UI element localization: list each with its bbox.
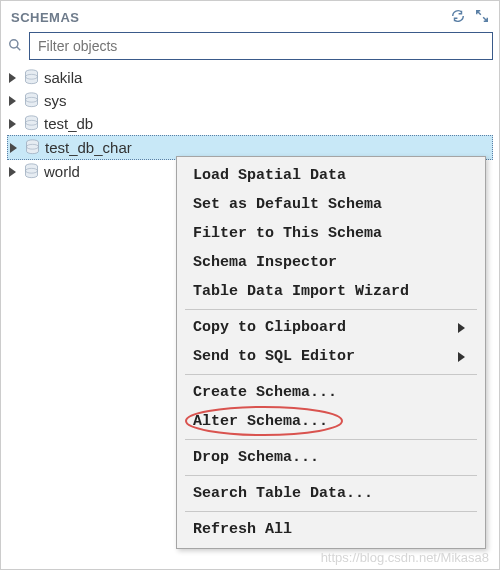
header-icons: [451, 9, 489, 26]
menu-separator: [185, 511, 477, 512]
menu-label: Set as Default Schema: [193, 196, 382, 213]
database-icon: [22, 115, 40, 132]
panel-title: SCHEMAS: [11, 10, 80, 25]
menu-separator: [185, 475, 477, 476]
expand-icon[interactable]: [475, 9, 489, 26]
schema-label: sakila: [44, 69, 82, 86]
menu-label: Refresh All: [193, 521, 292, 538]
menu-label: Load Spatial Data: [193, 167, 346, 184]
submenu-arrow-icon: [458, 323, 465, 333]
database-icon: [22, 163, 40, 180]
database-icon: [22, 69, 40, 86]
schema-label: test_db_char: [45, 139, 132, 156]
expand-arrow-icon[interactable]: [10, 143, 17, 153]
menu-item-refresh-all[interactable]: Refresh All: [179, 515, 483, 544]
menu-item-schema-inspector[interactable]: Schema Inspector: [179, 248, 483, 277]
menu-separator: [185, 374, 477, 375]
search-row: [7, 32, 493, 60]
panel-header: SCHEMAS: [7, 7, 493, 32]
menu-item-load-spatial-data[interactable]: Load Spatial Data: [179, 161, 483, 190]
watermark: https://blog.csdn.net/Mikasa8: [321, 550, 489, 565]
menu-label: Table Data Import Wizard: [193, 283, 409, 300]
menu-label: Schema Inspector: [193, 254, 337, 271]
submenu-arrow-icon: [458, 352, 465, 362]
menu-separator: [185, 309, 477, 310]
schema-item-sakila[interactable]: sakila: [7, 66, 493, 89]
expand-arrow-icon[interactable]: [9, 73, 16, 83]
refresh-icon[interactable]: [451, 9, 465, 26]
schema-item-test-db[interactable]: test_db: [7, 112, 493, 135]
menu-label: Send to SQL Editor: [193, 348, 355, 365]
filter-input[interactable]: [29, 32, 493, 60]
menu-label: Drop Schema...: [193, 449, 319, 466]
menu-item-send-to-sql-editor[interactable]: Send to SQL Editor: [179, 342, 483, 371]
schema-label: sys: [44, 92, 67, 109]
schema-item-sys[interactable]: sys: [7, 89, 493, 112]
menu-separator: [185, 439, 477, 440]
menu-item-copy-to-clipboard[interactable]: Copy to Clipboard: [179, 313, 483, 342]
schema-label: test_db: [44, 115, 93, 132]
menu-label: Copy to Clipboard: [193, 319, 346, 336]
svg-line-1: [17, 46, 21, 50]
menu-label: Create Schema...: [193, 384, 337, 401]
search-icon: [7, 38, 23, 55]
menu-item-filter-to-this-schema[interactable]: Filter to This Schema: [179, 219, 483, 248]
menu-item-drop-schema[interactable]: Drop Schema...: [179, 443, 483, 472]
menu-item-set-as-default-schema[interactable]: Set as Default Schema: [179, 190, 483, 219]
menu-item-search-table-data[interactable]: Search Table Data...: [179, 479, 483, 508]
expand-arrow-icon[interactable]: [9, 119, 16, 129]
expand-arrow-icon[interactable]: [9, 167, 16, 177]
svg-point-0: [10, 39, 18, 47]
menu-item-create-schema[interactable]: Create Schema...: [179, 378, 483, 407]
expand-arrow-icon[interactable]: [9, 96, 16, 106]
database-icon: [23, 139, 41, 156]
context-menu: Load Spatial DataSet as Default SchemaFi…: [176, 156, 486, 549]
menu-label: Search Table Data...: [193, 485, 373, 502]
menu-label: Alter Schema...: [193, 413, 328, 430]
menu-item-alter-schema[interactable]: Alter Schema...: [179, 407, 483, 436]
database-icon: [22, 92, 40, 109]
menu-item-table-data-import-wizard[interactable]: Table Data Import Wizard: [179, 277, 483, 306]
schema-label: world: [44, 163, 80, 180]
menu-label: Filter to This Schema: [193, 225, 382, 242]
